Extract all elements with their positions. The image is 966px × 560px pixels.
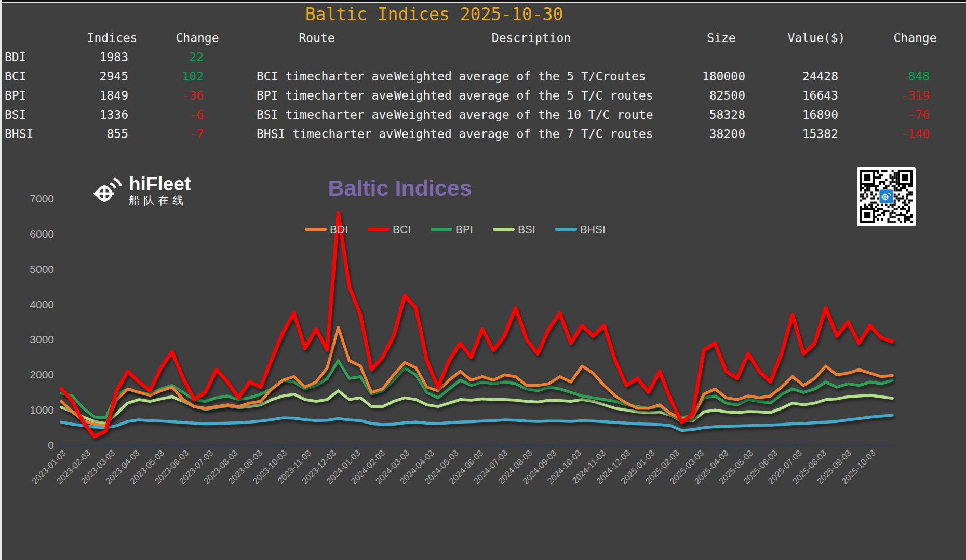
legend-label-BCI: BCI	[393, 223, 411, 236]
hifleet-subtitle: 船队在线	[129, 194, 191, 207]
chart-title: Baltic Indices	[328, 175, 472, 201]
legend-swatch-BSI	[493, 228, 515, 231]
hifleet-radar-icon	[91, 174, 125, 210]
hifleet-brand: hiFleet	[129, 174, 191, 194]
legend-item-BHSI: BHSI	[555, 223, 606, 236]
x-axis: 2023-01-032023-02-032023-03-032023-04-03…	[30, 445, 894, 486]
series-line-BHSI	[61, 415, 892, 431]
legend-label-BDI: BDI	[330, 223, 348, 236]
y-axis-label-7000: 7000	[30, 193, 54, 204]
legend-swatch-BHSI	[555, 228, 577, 231]
legend-item-BCI: BCI	[368, 223, 411, 236]
chart-legend: BDIBCIBPIBSIBHSI	[305, 223, 606, 236]
y-axis-label-0: 0	[48, 439, 54, 451]
legend-item-BPI: BPI	[431, 223, 473, 236]
legend-swatch-BCI	[368, 228, 390, 231]
y-axis-labels: 70006000500040003000200010000	[30, 193, 54, 451]
y-axis-label-3000: 3000	[30, 333, 54, 345]
legend-item-BDI: BDI	[305, 223, 348, 236]
y-axis-label-2000: 2000	[30, 368, 54, 380]
y-axis-label-1000: 1000	[30, 404, 54, 416]
baltic-indices-chart: 700060005000400030002000100002023-01-032…	[0, 0, 966, 560]
y-axis-label-4000: 4000	[30, 298, 54, 310]
series-line-BPI	[61, 361, 892, 418]
legend-label-BPI: BPI	[455, 223, 473, 236]
legend-item-BSI: BSI	[493, 223, 535, 236]
y-axis-label-5000: 5000	[30, 263, 54, 275]
hifleet-logo-text: hiFleet 船队在线	[129, 174, 191, 207]
y-axis-label-6000: 6000	[30, 228, 54, 240]
qr-code	[857, 167, 916, 226]
baltic-indices-report: Baltic Indices 2025-10-30 IndicesChangeR…	[0, 0, 966, 560]
legend-label-BHSI: BHSI	[580, 223, 606, 236]
hifleet-logo: hiFleet 船队在线	[91, 174, 191, 210]
legend-label-BSI: BSI	[518, 223, 535, 236]
qr-center-logo	[879, 189, 893, 203]
legend-swatch-BDI	[305, 228, 327, 231]
legend-swatch-BPI	[431, 228, 452, 231]
